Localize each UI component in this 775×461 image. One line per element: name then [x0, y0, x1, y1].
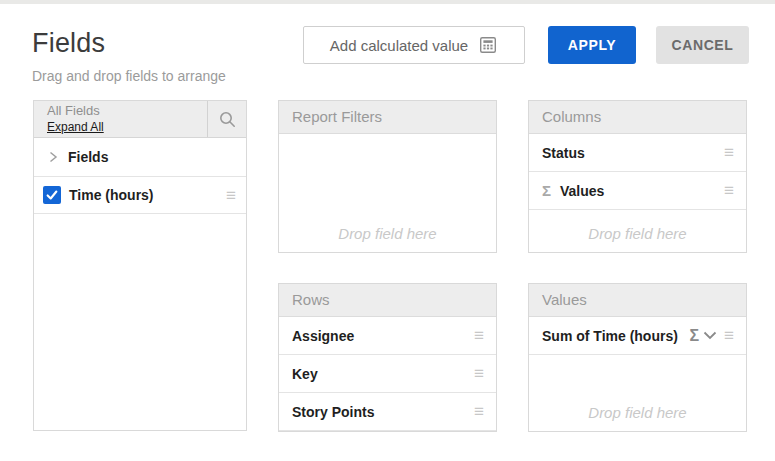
drag-handle-icon[interactable]: ≡	[474, 403, 484, 420]
checkbox-checked[interactable]	[43, 186, 61, 204]
tree-group-label: Fields	[68, 149, 108, 165]
calculator-icon	[478, 35, 498, 55]
cancel-button[interactable]: CANCEL	[656, 26, 749, 64]
zone-item-label: Story Points	[292, 404, 374, 420]
sigma-icon: Σ	[542, 182, 551, 199]
fields-editor: Fields Drag and drop fields to arrange A…	[0, 0, 775, 461]
zone-item-assignee[interactable]: Assignee ≡	[279, 317, 496, 355]
rows-zone[interactable]: Rows Assignee ≡ Key ≡ Story Points ≡	[278, 283, 497, 432]
add-calculated-value-label: Add calculated value	[330, 37, 468, 54]
drag-handle-icon[interactable]: ≡	[724, 327, 734, 344]
drag-handle-icon[interactable]: ≡	[474, 365, 484, 382]
expand-all-link[interactable]: Expand All	[47, 119, 207, 135]
drop-placeholder: Drop field here	[279, 225, 496, 242]
chevron-right-icon	[47, 150, 59, 164]
zone-item-label: Assignee	[292, 328, 354, 344]
sigma-icon[interactable]: Σ	[689, 327, 699, 345]
all-fields-panel: All Fields Expand All Fields	[33, 100, 247, 431]
search-icon	[218, 110, 237, 129]
drag-handle-icon[interactable]: ≡	[226, 187, 236, 204]
drop-placeholder: Drop field here	[529, 225, 746, 242]
zone-item-status[interactable]: Status ≡	[529, 134, 746, 172]
zone-item-label: Values	[560, 183, 604, 199]
drag-handle-icon[interactable]: ≡	[474, 327, 484, 344]
field-item-label: Time (hours)	[69, 187, 154, 203]
chevron-down-icon[interactable]	[703, 331, 717, 340]
zone-item-sum-of-time-hours[interactable]: Sum of Time (hours) Σ ≡	[529, 317, 746, 355]
zone-item-label: Sum of Time (hours)	[542, 328, 678, 344]
zone-item-key[interactable]: Key ≡	[279, 355, 496, 393]
zone-item-label: Key	[292, 366, 318, 382]
values-title: Values	[529, 284, 746, 317]
fields-tree-group[interactable]: Fields	[34, 138, 246, 177]
report-filters-title: Report Filters	[279, 101, 496, 134]
columns-title: Columns	[529, 101, 746, 134]
apply-button[interactable]: APPLY	[548, 26, 636, 64]
all-fields-title: All Fields	[47, 103, 207, 119]
drop-placeholder: Drop field here	[529, 404, 746, 421]
zone-item-values[interactable]: Σ Values ≡	[529, 172, 746, 210]
values-zone[interactable]: Values Sum of Time (hours) Σ ≡ Drop fiel…	[528, 283, 747, 432]
rows-title: Rows	[279, 284, 496, 317]
top-divider	[0, 0, 775, 4]
columns-zone[interactable]: Columns Status ≡ Σ Values ≡ Drop field h…	[528, 100, 747, 253]
zone-item-story-points[interactable]: Story Points ≡	[279, 393, 496, 431]
all-fields-header: All Fields Expand All	[34, 101, 246, 138]
add-calculated-value-button[interactable]: Add calculated value	[303, 26, 525, 64]
drag-handle-icon[interactable]: ≡	[724, 182, 734, 199]
page-subtitle: Drag and drop fields to arrange	[32, 68, 226, 84]
report-filters-zone[interactable]: Report Filters Drop field here	[278, 100, 497, 253]
field-item-time-hours[interactable]: Time (hours) ≡	[34, 177, 246, 214]
drag-handle-icon[interactable]: ≡	[724, 144, 734, 161]
page-title: Fields	[32, 28, 105, 59]
search-button[interactable]	[207, 101, 246, 137]
zone-item-label: Status	[542, 145, 585, 161]
